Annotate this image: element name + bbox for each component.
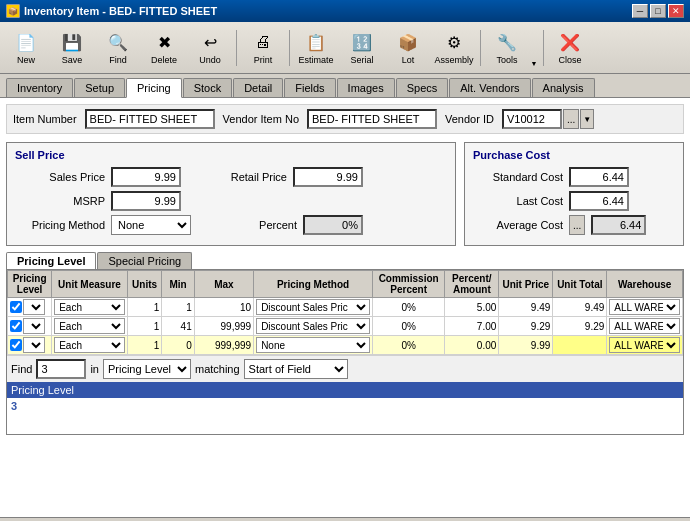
cell-pricing-method-2: Discount Sales Pric xyxy=(254,317,373,336)
row1-unit-measure-select[interactable]: Each xyxy=(54,299,125,315)
cell-warehouse-1: ALL WARE xyxy=(607,298,683,317)
tab-specs[interactable]: Specs xyxy=(396,78,449,97)
maximize-button[interactable]: □ xyxy=(650,4,666,18)
tab-pricing[interactable]: Pricing xyxy=(126,78,182,98)
tab-detail[interactable]: Detail xyxy=(233,78,283,97)
cell-level-1: 1 xyxy=(8,298,52,317)
vendor-id-input[interactable] xyxy=(502,109,562,129)
tab-inventory[interactable]: Inventory xyxy=(6,78,73,97)
msrp-row: MSRP xyxy=(15,191,447,211)
msrp-label: MSRP xyxy=(15,195,105,207)
toolbar: 📄 New 💾 Save 🔍 Find ✖ Delete ↩ Undo 🖨 Pr… xyxy=(0,22,690,74)
find-row: Find in Pricing Level Unit Measure Wareh… xyxy=(7,355,683,382)
find-matching-select[interactable]: Start of Field Any Part of Field Whole F… xyxy=(244,359,348,379)
cell-unit-price-1: 9.49 xyxy=(499,298,553,317)
empty-result-area xyxy=(7,414,683,434)
cell-level-2: 2 xyxy=(8,317,52,336)
col-header-min: Min xyxy=(162,271,194,298)
row2-pricing-method-select[interactable]: Discount Sales Pric xyxy=(256,318,370,334)
retail-price-input[interactable] xyxy=(293,167,363,187)
estimate-icon: 📋 xyxy=(304,30,328,54)
cell-unit-measure-3: Each xyxy=(52,336,128,355)
row3-level-select[interactable] xyxy=(23,337,45,353)
print-button[interactable]: 🖨 Print xyxy=(241,25,285,71)
toolbar-separator-1 xyxy=(236,30,237,66)
row1-checkbox[interactable] xyxy=(10,301,22,313)
last-cost-input[interactable] xyxy=(569,191,629,211)
pricing-table-container: PricingLevel Unit Measure Units Min Max … xyxy=(6,269,684,435)
row1-pricing-method-select[interactable]: Discount Sales Pric xyxy=(256,299,370,315)
average-cost-browse-button[interactable]: ... xyxy=(569,215,585,235)
col-header-level: PricingLevel xyxy=(8,271,52,298)
tab-stock[interactable]: Stock xyxy=(183,78,233,97)
cell-warehouse-2: ALL WARE xyxy=(607,317,683,336)
row2-unit-measure-select[interactable]: Each xyxy=(54,318,125,334)
tab-analysis[interactable]: Analysis xyxy=(532,78,595,97)
title-bar: 📦 Inventory Item - BED- FITTED SHEET ─ □… xyxy=(0,0,690,22)
vendor-id-dropdown-button[interactable]: ▼ xyxy=(580,109,594,129)
find-in-select[interactable]: Pricing Level Unit Measure Warehouse xyxy=(103,359,191,379)
tools-label: Tools xyxy=(496,55,517,65)
row1-level-select[interactable]: 1 xyxy=(23,299,45,315)
find-button[interactable]: 🔍 Find xyxy=(96,25,140,71)
table-row: 2 Each 1 41 99,999 Discount Sales Pric 0… xyxy=(8,317,683,336)
inner-tab-pricing-level[interactable]: Pricing Level xyxy=(6,252,96,269)
vendor-id-label: Vendor ID xyxy=(445,113,494,125)
tab-alt-vendors[interactable]: Alt. Vendors xyxy=(449,78,530,97)
purchase-cost-section: Purchase Cost Standard Cost Last Cost Av… xyxy=(464,142,684,246)
undo-button[interactable]: ↩ Undo xyxy=(188,25,232,71)
sales-price-input[interactable] xyxy=(111,167,181,187)
average-cost-input xyxy=(591,215,646,235)
tools-dropdown-arrow[interactable]: ▼ xyxy=(529,25,539,71)
find-result-row: Pricing Level xyxy=(7,382,683,398)
vendor-item-no-input[interactable] xyxy=(307,109,437,129)
minimize-button[interactable]: ─ xyxy=(632,4,648,18)
cell-min-2: 41 xyxy=(162,317,194,336)
lot-button[interactable]: 📦 Lot xyxy=(386,25,430,71)
col-header-unit-total: Unit Total xyxy=(553,271,607,298)
row2-level-select[interactable]: 2 xyxy=(23,318,45,334)
window-close-button[interactable]: ✕ xyxy=(668,4,684,18)
row3-checkbox[interactable] xyxy=(10,339,22,351)
row2-checkbox[interactable] xyxy=(10,320,22,332)
close-button[interactable]: ❌ Close xyxy=(548,25,592,71)
row1-warehouse-select[interactable]: ALL WARE xyxy=(609,299,680,315)
find-input[interactable] xyxy=(36,359,86,379)
cell-unit-total-1: 9.49 xyxy=(553,298,607,317)
standard-cost-input[interactable] xyxy=(569,167,629,187)
toolbar-separator-3 xyxy=(480,30,481,66)
tools-group: 🔧 Tools ▼ xyxy=(485,25,539,71)
vendor-item-no-label: Vendor Item No xyxy=(223,113,299,125)
pricing-method-select[interactable]: None Markup Margin Fixed xyxy=(111,215,191,235)
tab-setup[interactable]: Setup xyxy=(74,78,125,97)
pricing-method-label: Pricing Method xyxy=(15,219,105,231)
tab-images[interactable]: Images xyxy=(337,78,395,97)
delete-button[interactable]: ✖ Delete xyxy=(142,25,186,71)
tools-button[interactable]: 🔧 Tools xyxy=(485,25,529,71)
delete-label: Delete xyxy=(151,55,177,65)
msrp-input[interactable] xyxy=(111,191,181,211)
cell-pricing-method-3: None xyxy=(254,336,373,355)
item-number-input[interactable] xyxy=(85,109,215,129)
save-button[interactable]: 💾 Save xyxy=(50,25,94,71)
vendor-id-group: ... ▼ xyxy=(502,109,594,129)
inner-tab-special-pricing[interactable]: Special Pricing xyxy=(97,252,192,269)
serial-button[interactable]: 🔢 Serial xyxy=(340,25,384,71)
row3-warehouse-select[interactable]: ALL WARE xyxy=(609,337,680,353)
row2-warehouse-select[interactable]: ALL WARE xyxy=(609,318,680,334)
new-button[interactable]: 📄 New xyxy=(4,25,48,71)
cell-unit-measure-1: Each xyxy=(52,298,128,317)
lot-icon: 📦 xyxy=(396,30,420,54)
average-cost-label: Average Cost xyxy=(473,219,563,231)
col-header-unit-price: Unit Price xyxy=(499,271,553,298)
delete-icon: ✖ xyxy=(152,30,176,54)
vendor-id-browse-button[interactable]: ... xyxy=(563,109,579,129)
row3-unit-measure-select[interactable]: Each xyxy=(54,337,125,353)
item-number-row: Item Number Vendor Item No Vendor ID ...… xyxy=(6,104,684,134)
estimate-button[interactable]: 📋 Estimate xyxy=(294,25,338,71)
tab-fields[interactable]: Fields xyxy=(284,78,335,97)
assembly-button[interactable]: ⚙ Assembly xyxy=(432,25,476,71)
cell-unit-total-3 xyxy=(553,336,607,355)
percent-input[interactable] xyxy=(303,215,363,235)
row3-pricing-method-select[interactable]: None xyxy=(256,337,370,353)
